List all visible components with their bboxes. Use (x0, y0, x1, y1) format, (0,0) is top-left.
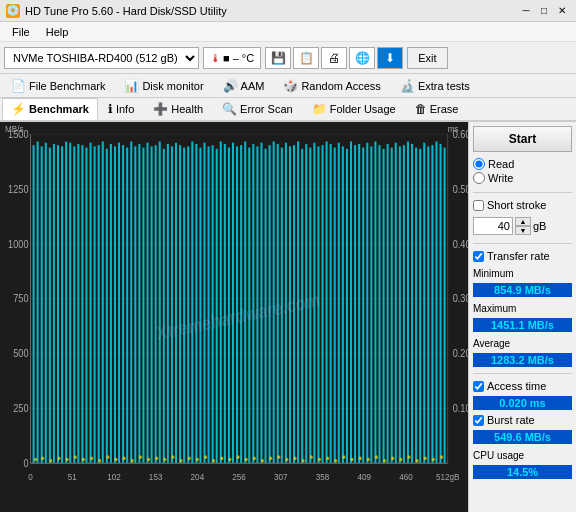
average-label: Average (473, 338, 572, 349)
tab-erase-label: Erase (430, 103, 459, 115)
svg-point-145 (106, 455, 109, 459)
svg-rect-112 (350, 142, 352, 464)
tab-health-label: Health (171, 103, 203, 115)
start-button[interactable]: Start (473, 126, 572, 152)
short-stroke-text: Short stroke (487, 199, 546, 211)
burst-rate-checkbox[interactable] (473, 415, 484, 426)
read-label: Read (488, 158, 514, 170)
menubar: File Help (0, 22, 576, 42)
access-time-text: Access time (487, 380, 546, 392)
tab-erase[interactable]: 🗑 Erase (406, 98, 468, 120)
tab-aam-label: AAM (241, 80, 265, 92)
svg-text:409: 409 (357, 472, 371, 483)
write-radio-label[interactable]: Write (473, 172, 572, 184)
svg-rect-109 (338, 143, 340, 464)
maximize-button[interactable]: □ (536, 3, 552, 19)
svg-point-152 (163, 458, 166, 462)
transfer-rate-checkbox[interactable] (473, 251, 484, 262)
svg-rect-81 (224, 144, 226, 463)
tab-extra-tests-label: Extra tests (418, 80, 470, 92)
svg-rect-130 (423, 143, 425, 464)
tab-aam[interactable]: 🔊 AAM (214, 75, 274, 97)
tab-extra-tests[interactable]: 🔬 Extra tests (391, 75, 479, 97)
burst-rate-label[interactable]: Burst rate (473, 414, 572, 426)
exit-button[interactable]: Exit (407, 47, 447, 69)
svg-rect-82 (228, 148, 230, 464)
menu-file[interactable]: File (4, 24, 38, 40)
svg-text:51: 51 (68, 472, 77, 483)
svg-rect-131 (427, 146, 429, 463)
tab-benchmark[interactable]: ⚡ Benchmark (2, 98, 98, 120)
tab-error-scan[interactable]: 🔍 Error Scan (213, 98, 302, 120)
svg-rect-51 (102, 142, 104, 464)
svg-rect-119 (378, 145, 380, 463)
svg-rect-113 (354, 145, 356, 463)
tab-file-benchmark[interactable]: 📄 File Benchmark (2, 75, 114, 97)
svg-text:0: 0 (23, 457, 28, 469)
svg-text:102: 102 (107, 472, 121, 483)
svg-rect-41 (61, 146, 63, 463)
titlebar: 💿 HD Tune Pro 5.60 - Hard Disk/SSD Utili… (0, 0, 576, 22)
svg-point-161 (237, 455, 240, 459)
short-stroke-checkbox[interactable] (473, 200, 484, 211)
access-time-label[interactable]: Access time (473, 380, 572, 392)
svg-rect-72 (187, 146, 189, 463)
toolbar-icon-1[interactable]: 💾 (265, 47, 291, 69)
right-panel: Start Read Write Short stroke ▲ ▼ (468, 122, 576, 512)
svg-point-151 (155, 457, 158, 461)
svg-rect-44 (73, 146, 75, 463)
access-time-checkbox[interactable] (473, 381, 484, 392)
gb-spinner: ▲ ▼ (515, 217, 531, 235)
tab-folder-usage-label: Folder Usage (330, 103, 396, 115)
read-radio-label[interactable]: Read (473, 158, 572, 170)
chart-area: 1500 1250 1000 750 500 250 0 0.60 0.50 0… (0, 122, 468, 512)
svg-rect-55 (118, 143, 120, 464)
minimum-label: Minimum (473, 268, 572, 279)
svg-point-173 (334, 459, 337, 463)
svg-point-141 (74, 455, 77, 459)
svg-point-182 (407, 455, 410, 459)
tab-error-scan-label: Error Scan (240, 103, 293, 115)
svg-rect-117 (370, 146, 372, 463)
tab-health[interactable]: ➕ Health (144, 98, 212, 120)
minimize-button[interactable]: ─ (518, 3, 534, 19)
toolbar-icon-3[interactable]: 🖨 (321, 47, 347, 69)
svg-point-184 (424, 457, 427, 461)
svg-rect-58 (130, 142, 132, 464)
tab-folder-usage[interactable]: 📁 Folder Usage (303, 98, 405, 120)
svg-point-174 (342, 455, 345, 459)
svg-rect-129 (419, 149, 421, 463)
transfer-rate-label[interactable]: Transfer rate (473, 250, 572, 262)
gb-spin-up[interactable]: ▲ (515, 217, 531, 226)
tab-info[interactable]: ℹ Info (99, 98, 143, 120)
tab-random-access[interactable]: 🎲 Random Access (274, 75, 389, 97)
svg-rect-114 (358, 144, 360, 463)
titlebar-controls[interactable]: ─ □ ✕ (518, 3, 570, 19)
gb-spin-down[interactable]: ▼ (515, 226, 531, 235)
svg-point-155 (188, 457, 191, 461)
svg-point-148 (131, 459, 134, 463)
svg-rect-75 (199, 148, 201, 464)
menu-help[interactable]: Help (38, 24, 77, 40)
svg-point-149 (139, 455, 142, 459)
toolbar-icon-5[interactable]: ⬇ (377, 47, 403, 69)
temperature-display: 🌡 ■ – °C (203, 47, 261, 69)
tab-disk-monitor-label: Disk monitor (142, 80, 203, 92)
svg-point-147 (123, 457, 126, 461)
titlebar-left: 💿 HD Tune Pro 5.60 - Hard Disk/SSD Utili… (6, 4, 227, 18)
tab-disk-monitor[interactable]: 📊 Disk monitor (115, 75, 212, 97)
svg-rect-62 (147, 143, 149, 464)
gb-input[interactable] (473, 217, 513, 235)
drive-selector[interactable]: NVMe TOSHIBA-RD400 (512 gB) (4, 47, 199, 69)
close-button[interactable]: ✕ (554, 3, 570, 19)
toolbar-icon-4[interactable]: 🌐 (349, 47, 375, 69)
svg-rect-45 (77, 144, 79, 463)
svg-point-168 (294, 457, 297, 461)
write-radio[interactable] (473, 172, 485, 184)
short-stroke-label[interactable]: Short stroke (473, 199, 572, 211)
toolbar-icon-2[interactable]: 📋 (293, 47, 319, 69)
disk-monitor-icon: 📊 (124, 79, 139, 93)
cpu-usage-value: 14.5% (473, 465, 572, 479)
svg-rect-48 (90, 143, 92, 464)
read-radio[interactable] (473, 158, 485, 170)
